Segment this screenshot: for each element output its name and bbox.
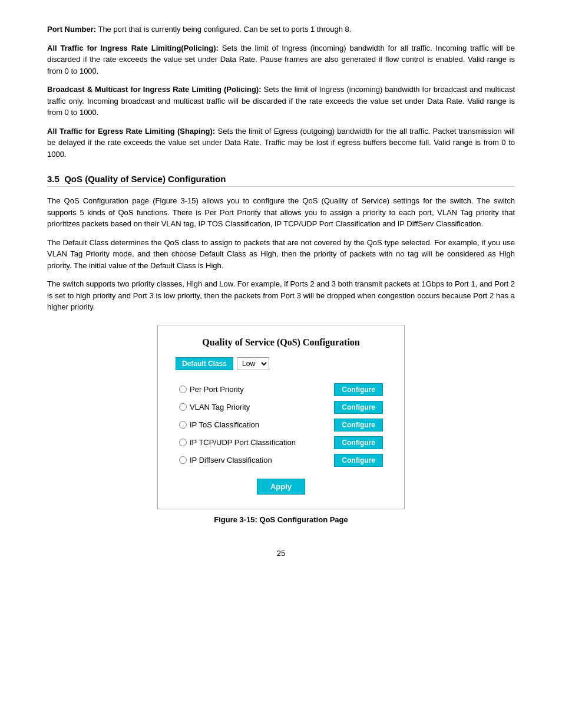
- page-number: 25: [47, 549, 515, 558]
- configure-btn-2[interactable]: Configure: [334, 419, 383, 431]
- section-number: 3.5: [47, 174, 59, 184]
- qos-option-row: Per Port PriorityConfigure: [176, 381, 386, 398]
- port-number-text: The port that is currently being configu…: [96, 25, 351, 34]
- qos-para1: The QoS Configuration page (Figure 3-15)…: [47, 195, 515, 230]
- qos-para2: The Default Class determines the QoS cla…: [47, 237, 515, 272]
- radio-option-label: IP Diffserv Classification: [190, 456, 272, 465]
- configure-btn-1[interactable]: Configure: [334, 401, 383, 414]
- port-number-bold: Port Number:: [47, 25, 96, 34]
- qos-config-box: Quality of Service (QoS) Configuration D…: [157, 325, 405, 509]
- egress-bold: All Traffic for Egress Rate Limiting (Sh…: [47, 127, 215, 136]
- radio-option-label: Per Port Priority: [190, 385, 244, 394]
- radio-cell: Per Port Priority: [176, 381, 321, 398]
- configure-cell: Configure: [321, 434, 386, 452]
- default-class-select[interactable]: Low High: [237, 357, 269, 370]
- all-traffic-ingress-bold: All Traffic for Ingress Rate Limiting(Po…: [47, 44, 219, 52]
- radio-cell: IP TCP/UDP Port Classification: [176, 434, 321, 452]
- default-class-label: Default Class: [176, 357, 233, 370]
- broadcast-para: Broadcast & Multicast for Ingress Rate L…: [47, 84, 515, 118]
- configure-btn-3[interactable]: Configure: [334, 436, 383, 449]
- configure-cell: Configure: [321, 416, 386, 434]
- radio-option-label: IP ToS Classification: [190, 420, 259, 429]
- configure-cell: Configure: [321, 452, 386, 469]
- qos-option-row: IP Diffserv ClassificationConfigure: [176, 452, 386, 469]
- port-number-para: Port Number: The port that is currently …: [47, 24, 515, 35]
- radio-option-label: VLAN Tag Priority: [190, 403, 250, 411]
- qos-options-table: Per Port PriorityConfigureVLAN Tag Prior…: [176, 381, 386, 469]
- figure-caption: Figure 3-15: QoS Configuration Page: [47, 514, 515, 526]
- configure-btn-0[interactable]: Configure: [334, 383, 383, 396]
- radio-ip-tos-classification[interactable]: [179, 421, 187, 429]
- qos-option-row: IP TCP/UDP Port ClassificationConfigure: [176, 434, 386, 452]
- qos-para3: The switch supports two priority classes…: [47, 278, 515, 313]
- radio-vlan-tag-priority[interactable]: [179, 403, 187, 411]
- default-class-row: Default Class Low High: [176, 357, 386, 370]
- configure-cell: Configure: [321, 398, 386, 416]
- qos-option-row: IP ToS ClassificationConfigure: [176, 416, 386, 434]
- radio-cell: IP ToS Classification: [176, 416, 321, 434]
- radio-cell: IP Diffserv Classification: [176, 452, 321, 469]
- section-title: QoS (Quality of Service) Configuration: [64, 174, 226, 184]
- apply-row: Apply: [176, 479, 386, 495]
- radio-per-port-priority[interactable]: [179, 386, 187, 393]
- egress-para: All Traffic for Egress Rate Limiting (Sh…: [47, 126, 515, 160]
- section-heading: 3.5 QoS (Quality of Service) Configurati…: [47, 174, 515, 187]
- configure-btn-4[interactable]: Configure: [334, 454, 383, 467]
- qos-option-row: VLAN Tag PriorityConfigure: [176, 398, 386, 416]
- configure-cell: Configure: [321, 381, 386, 398]
- radio-ip-tcp/udp-port-classification[interactable]: [179, 439, 187, 446]
- radio-cell: VLAN Tag Priority: [176, 398, 321, 416]
- all-traffic-ingress-para: All Traffic for Ingress Rate Limiting(Po…: [47, 42, 515, 77]
- radio-option-label: IP TCP/UDP Port Classification: [190, 438, 296, 447]
- radio-ip-diffserv-classification[interactable]: [179, 456, 187, 464]
- apply-button[interactable]: Apply: [257, 479, 305, 495]
- broadcast-bold: Broadcast & Multicast for Ingress Rate L…: [47, 85, 262, 94]
- qos-box-title: Quality of Service (QoS) Configuration: [176, 337, 386, 348]
